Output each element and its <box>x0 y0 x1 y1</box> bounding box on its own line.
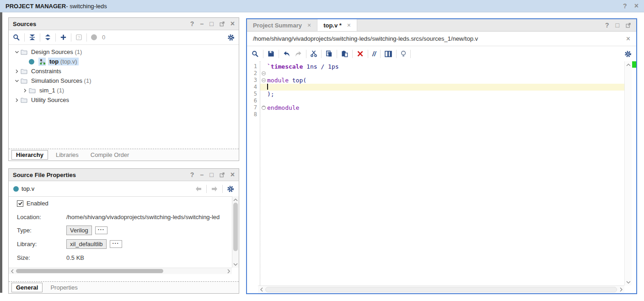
gear-icon[interactable] <box>227 34 235 41</box>
save-icon[interactable] <box>268 50 274 57</box>
maximize-icon[interactable]: □ <box>209 172 213 177</box>
editor-tab-project-summary[interactable]: Project Summary × <box>247 19 317 31</box>
line-number: 2 <box>247 70 260 77</box>
status-circle-icon <box>91 34 97 40</box>
forward-arrow-icon[interactable] <box>211 186 218 192</box>
library-ellipsis-button[interactable]: ··· <box>110 240 122 248</box>
toggle-comment-icon[interactable]: // <box>372 50 376 58</box>
back-arrow-icon[interactable] <box>195 186 202 192</box>
tree-item-constraints[interactable]: Constraints <box>9 66 239 76</box>
help-icon[interactable]: ? <box>605 22 609 28</box>
float-icon[interactable] <box>220 22 225 27</box>
caret-closed-icon[interactable] <box>13 69 21 74</box>
scroll-down-icon[interactable] <box>232 261 239 268</box>
code-line-3[interactable]: 3 module top( <box>247 77 624 84</box>
search-icon[interactable] <box>252 50 259 58</box>
editor-tab-bar: Project Summary × top.v * × ?□ <box>247 19 636 32</box>
gear-icon[interactable] <box>624 50 632 58</box>
sources-bottom-tabs: HierarchyLibrariesCompile Order <box>9 149 239 161</box>
minimize-icon[interactable]: – <box>200 21 204 27</box>
code-line-1[interactable]: 1 `timescale 1ns / 1ps <box>247 63 624 70</box>
float-icon[interactable] <box>626 23 631 28</box>
editor-horizontal-scrollbar[interactable] <box>258 285 624 293</box>
status-count: 0 <box>102 34 105 41</box>
scroll-down-icon[interactable] <box>625 279 632 285</box>
fold-open-icon[interactable] <box>262 78 266 82</box>
fold-end-icon[interactable] <box>262 106 266 110</box>
tree-item-sim-1[interactable]: sim_1 (1) <box>9 86 239 95</box>
help-icon[interactable]: ? <box>623 3 627 9</box>
minimize-icon[interactable]: – <box>200 172 204 177</box>
enabled-checkbox[interactable] <box>17 200 23 207</box>
line-number: 7 <box>247 104 260 111</box>
delete-icon[interactable] <box>357 50 364 57</box>
tree-item-design-sources[interactable]: Design Sources (1) <box>9 47 239 57</box>
caret-closed-icon[interactable] <box>13 98 21 102</box>
add-sources-icon[interactable] <box>60 34 67 41</box>
float-icon[interactable] <box>220 172 225 177</box>
close-icon[interactable]: × <box>231 21 235 27</box>
tree-item-utility-sources[interactable]: Utility Sources <box>9 95 239 105</box>
close-icon[interactable]: × <box>307 22 311 29</box>
field-label: Size: <box>17 254 66 261</box>
type-value-box[interactable]: Verilog <box>66 226 92 235</box>
maximize-icon[interactable]: □ <box>209 21 213 27</box>
scrollbar-thumb[interactable] <box>233 203 238 251</box>
props-tab-general[interactable]: General <box>11 283 43 292</box>
toggle-column-icon[interactable] <box>385 51 392 57</box>
type-ellipsis-button[interactable]: ··· <box>95 226 107 234</box>
maximize-icon[interactable]: □ <box>616 22 619 28</box>
undo-icon[interactable] <box>283 51 290 57</box>
annotation-ruler <box>632 61 636 285</box>
field-row-type: Type:Verilog··· <box>17 226 232 235</box>
caret-closed-icon[interactable] <box>21 88 29 93</box>
fold-open-icon[interactable] <box>262 71 266 75</box>
expand-all-icon[interactable] <box>44 34 51 41</box>
help-icon[interactable]: ? <box>190 21 194 27</box>
properties-vertical-scrollbar[interactable] <box>232 196 239 268</box>
scroll-left-icon[interactable] <box>258 286 264 293</box>
lightbulb-icon[interactable] <box>401 50 406 58</box>
library-value-box[interactable]: xil_defaultlib <box>66 239 107 249</box>
close-icon[interactable]: × <box>347 22 351 29</box>
props-tab-properties[interactable]: Properties <box>46 283 81 292</box>
field-row-location: Location:/home/shivang/vivadoprojects/sw… <box>17 212 232 221</box>
editor-tab-top-v[interactable]: top.v * × <box>317 19 357 31</box>
search-icon[interactable] <box>13 34 20 41</box>
tree-item-simulation-sources[interactable]: Simulation Sources (1) <box>9 76 239 86</box>
close-icon[interactable]: × <box>634 3 639 9</box>
scrollbar-thumb[interactable] <box>265 287 617 292</box>
field-label: Location: <box>17 214 66 220</box>
scroll-right-icon[interactable] <box>618 286 624 293</box>
scroll-right-icon[interactable] <box>225 268 232 274</box>
folder-icon <box>21 68 27 74</box>
gear-icon[interactable] <box>227 185 234 193</box>
sources-tab-libraries[interactable]: Libraries <box>52 150 83 159</box>
code-area[interactable]: 1 `timescale 1ns / 1ps 2 3 module top( 4… <box>247 61 624 285</box>
code-line-6[interactable]: 6 <box>247 97 624 104</box>
collapse-all-icon[interactable] <box>29 34 36 41</box>
code-line-8[interactable]: 8 <box>247 111 624 118</box>
code-line-2[interactable]: 2 <box>247 70 624 77</box>
editor-vertical-scrollbar[interactable] <box>624 61 632 285</box>
sources-tab-compile-order[interactable]: Compile Order <box>86 150 134 159</box>
scroll-up-icon[interactable] <box>232 196 239 203</box>
close-icon[interactable]: × <box>626 35 630 43</box>
caret-open-icon[interactable] <box>13 50 21 54</box>
line-number: 6 <box>247 97 260 104</box>
help-icon[interactable]: ? <box>190 172 194 177</box>
code-line-4[interactable]: 4 <box>247 84 624 91</box>
tree-item-top[interactable]: top (top.v) <box>9 57 239 66</box>
code-line-7[interactable]: 7 endmodule <box>247 104 624 111</box>
copy-icon[interactable] <box>326 50 333 57</box>
scroll-up-icon[interactable] <box>625 61 632 68</box>
code-line-5[interactable]: 5 ); <box>247 91 624 97</box>
sources-tab-hierarchy[interactable]: Hierarchy <box>11 150 48 160</box>
close-icon[interactable]: × <box>231 172 235 177</box>
scrollbar-thumb[interactable] <box>16 269 163 273</box>
paste-icon[interactable] <box>341 50 348 57</box>
scroll-left-icon[interactable] <box>9 268 15 274</box>
cut-icon[interactable] <box>311 50 317 57</box>
caret-open-icon[interactable] <box>13 79 21 83</box>
properties-horizontal-scrollbar[interactable] <box>9 268 232 274</box>
